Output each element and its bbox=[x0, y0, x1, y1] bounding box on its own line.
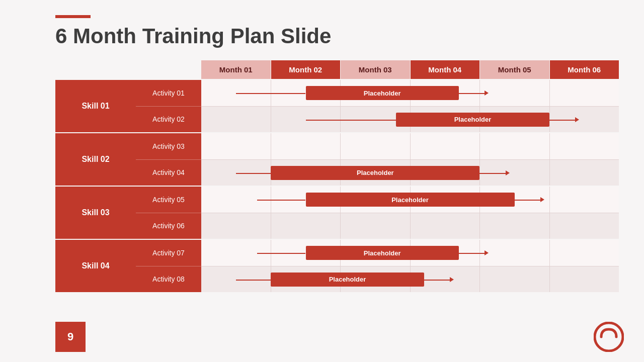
arrow-head bbox=[450, 277, 454, 282]
skill-group-1: Skill 01Activity 01Activity 02Placeholde… bbox=[55, 79, 619, 132]
month-header-1: Month 01 bbox=[201, 60, 271, 79]
arrow-head bbox=[575, 117, 579, 122]
arrow-head bbox=[485, 90, 489, 96]
activity-label: Activity 02 bbox=[136, 106, 201, 133]
activities-col-2: Activity 03Activity 04 bbox=[136, 133, 201, 186]
month-header-5: Month 05 bbox=[480, 60, 550, 79]
gantt-bar: Placeholder bbox=[271, 166, 479, 180]
arrow-head bbox=[506, 170, 510, 175]
post-line bbox=[459, 93, 485, 94]
activities-col-4: Activity 07Activity 08 bbox=[136, 240, 201, 292]
timeline-rows-1: PlaceholderPlaceholder bbox=[201, 80, 619, 132]
bar-container: Placeholder bbox=[201, 80, 619, 106]
post-line bbox=[424, 280, 450, 281]
pre-line bbox=[306, 120, 396, 121]
gantt-bar: Placeholder bbox=[396, 113, 549, 127]
post-line bbox=[459, 253, 485, 254]
timeline-row: Placeholder bbox=[201, 266, 619, 292]
timeline-row: Placeholder bbox=[201, 187, 619, 213]
bar-container: Placeholder bbox=[201, 107, 619, 132]
timeline-rows-3: Placeholder bbox=[201, 187, 619, 239]
post-line bbox=[549, 120, 575, 121]
skill-group-2: Skill 02Activity 03Activity 04Placeholde… bbox=[55, 132, 619, 186]
activity-label: Activity 05 bbox=[136, 187, 201, 213]
skill-label-3: Skill 03 bbox=[55, 187, 136, 239]
timeline-row: Placeholder bbox=[201, 80, 619, 106]
activity-label: Activity 01 bbox=[136, 80, 201, 106]
gantt-bar: Placeholder bbox=[306, 246, 459, 260]
skill-group-4: Skill 04Activity 07Activity 08Placeholde… bbox=[55, 239, 619, 292]
timeline-row: Placeholder bbox=[201, 240, 619, 266]
slide-title: 6 Month Training Plan Slide bbox=[55, 24, 619, 48]
month-header-4: Month 04 bbox=[411, 60, 480, 79]
bar-container: Placeholder bbox=[201, 240, 619, 266]
gantt-bar: Placeholder bbox=[306, 86, 459, 100]
activity-label: Activity 04 bbox=[136, 159, 201, 186]
accent-bar bbox=[55, 15, 91, 18]
skill-label-2: Skill 02 bbox=[55, 133, 136, 186]
arrow-head bbox=[540, 197, 544, 202]
timeline-row bbox=[201, 213, 619, 239]
gantt-bar: Placeholder bbox=[271, 273, 424, 287]
timeline-row bbox=[201, 133, 619, 159]
pre-line bbox=[236, 93, 305, 94]
skill-label-1: Skill 01 bbox=[55, 80, 136, 132]
activities-col-1: Activity 01Activity 02 bbox=[136, 80, 201, 132]
arrow-head bbox=[485, 250, 489, 255]
timeline-row: Placeholder bbox=[201, 106, 619, 132]
activity-label: Activity 06 bbox=[136, 213, 201, 239]
post-line bbox=[515, 200, 540, 201]
activity-label: Activity 07 bbox=[136, 240, 201, 266]
skill-group-3: Skill 03Activity 05Activity 06Placeholde… bbox=[55, 186, 619, 239]
month-header-3: Month 03 bbox=[341, 60, 411, 79]
post-line bbox=[479, 173, 505, 174]
bar-container: Placeholder bbox=[201, 187, 619, 213]
page-number: 9 bbox=[55, 322, 86, 352]
pre-line bbox=[257, 253, 306, 254]
slide: 6 Month Training Plan Slide Month 01Mont… bbox=[0, 0, 644, 362]
pre-line bbox=[236, 173, 271, 174]
gantt-body: Skill 01Activity 01Activity 02Placeholde… bbox=[55, 79, 619, 292]
svg-point-0 bbox=[595, 323, 623, 351]
pre-line bbox=[236, 280, 271, 281]
skill-label-4: Skill 04 bbox=[55, 240, 136, 292]
gantt-header: Month 01Month 02Month 03Month 04Month 05… bbox=[201, 60, 619, 79]
activities-col-3: Activity 05Activity 06 bbox=[136, 187, 201, 239]
month-header-2: Month 02 bbox=[271, 60, 341, 79]
timeline-row: Placeholder bbox=[201, 159, 619, 186]
activity-label: Activity 08 bbox=[136, 266, 201, 293]
month-header-6: Month 06 bbox=[550, 60, 619, 79]
activity-label: Activity 03 bbox=[136, 133, 201, 159]
timeline-rows-2: Placeholder bbox=[201, 133, 619, 186]
timeline-rows-4: PlaceholderPlaceholder bbox=[201, 240, 619, 292]
bar-container: Placeholder bbox=[201, 266, 619, 292]
gantt-bar: Placeholder bbox=[306, 193, 515, 207]
pre-line bbox=[257, 200, 306, 201]
bar-container: Placeholder bbox=[201, 160, 619, 186]
logo-icon bbox=[594, 322, 624, 352]
gantt-wrapper: Month 01Month 02Month 03Month 04Month 05… bbox=[55, 60, 619, 292]
